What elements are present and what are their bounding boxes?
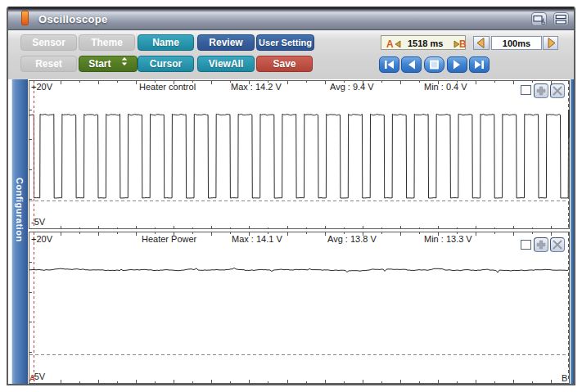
svg-text:-5V: -5V [31, 217, 46, 227]
svg-text:Max : 14.1 V: Max : 14.1 V [232, 234, 282, 244]
svg-text:Min : 13.3 V: Min : 13.3 V [424, 234, 472, 244]
svg-text:Min : 0.4 V: Min : 0.4 V [424, 82, 467, 92]
svg-text:A: A [29, 374, 35, 383]
svg-text:Avg : 9.4 V: Avg : 9.4 V [330, 82, 374, 92]
svg-text:B: B [562, 373, 567, 383]
svg-text:Heater Power: Heater Power [142, 234, 197, 244]
svg-text:Heater control: Heater control [139, 82, 196, 92]
svg-text:Max : 14.2 V: Max : 14.2 V [231, 82, 282, 92]
svg-text:Avg : 13.8 V: Avg : 13.8 V [327, 234, 377, 244]
svg-text:+20V: +20V [31, 82, 53, 92]
svg-text:+20V: +20V [31, 234, 53, 244]
